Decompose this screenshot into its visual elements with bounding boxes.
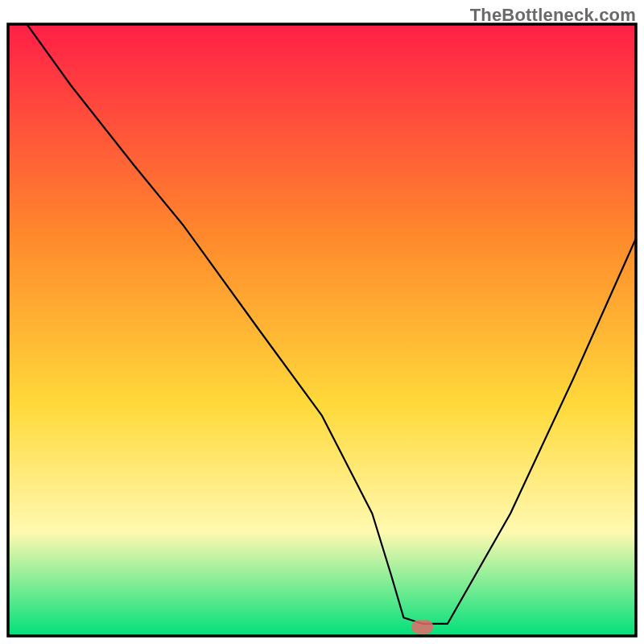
sweet-spot-marker <box>411 620 433 634</box>
watermark-label: TheBottleneck.com <box>470 5 636 26</box>
chart-container: TheBottleneck.com <box>0 0 644 644</box>
gradient-background <box>8 24 636 636</box>
bottleneck-chart <box>0 0 644 644</box>
plot-area <box>8 24 636 636</box>
